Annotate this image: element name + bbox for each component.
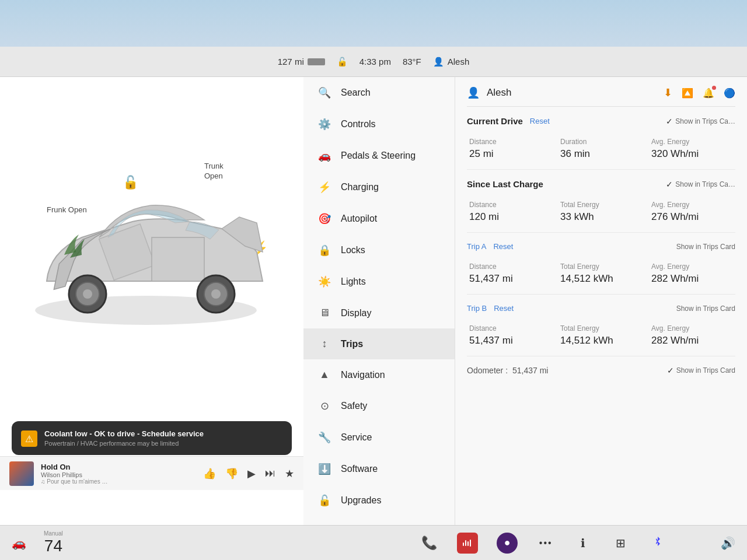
car-illustration [12,147,280,369]
bluetooth-taskbar-icon[interactable] [648,536,667,550]
temp-display: 83°F [403,57,421,66]
trip-a-distance-cell: Distance 51,437 mi [467,258,553,289]
current-distance-value: 25 mi [469,148,551,160]
trip-a-avg-cell: Avg. Energy 282 Wh/mi [649,258,735,289]
gear-label: Manual [44,530,63,537]
trip-a-distance-value: 51,437 mi [469,273,551,285]
slc-total-energy-cell: Total Energy 33 kWh [558,196,644,228]
trip-b-distance-cell: Distance 51,437 mi [467,320,553,351]
time-display: 4:33 pm [359,57,391,66]
play-pause-button[interactable]: ▶ [247,467,256,480]
user-icon: 👤 [433,57,444,67]
menu-label-autopilot: Autopilot [341,214,377,224]
current-duration-label: Duration [560,138,642,146]
info-taskbar-icon[interactable]: ℹ [574,536,592,550]
menu-item-controls[interactable]: ⚙️ Controls [303,108,455,140]
current-drive-reset[interactable]: Reset [530,117,550,125]
more-taskbar-icon[interactable]: ••• [536,538,555,548]
menu-label-display: Display [341,308,371,318]
car-panel: Frunk Open TrunkOpen 🔓 ⚡ [0,77,303,525]
thumbs-down-button[interactable]: 👎 [225,467,238,480]
odometer-row: Odometer : 51,437 mi ✓ Show in Trips Car… [467,356,735,384]
volume-icon[interactable]: 🔊 [721,536,735,550]
user-header: 👤 Alesh ⬇ 🔼 🔔 🔵 [467,77,735,107]
since-last-charge-stats: Distance 120 mi Total Energy 33 kWh Avg.… [467,196,735,228]
favorite-button[interactable]: ★ [285,467,294,480]
user-name-status: Alesh [448,57,470,66]
since-last-charge-header: Since Last Charge ✓ Show in Trips Ca… [467,179,735,189]
menu-item-lights[interactable]: ☀️ Lights [303,266,455,298]
trips-icon: ↕️ [317,338,331,350]
range-value: 127 mi [278,57,304,66]
trip-b-energy-value: 14,512 kWh [560,335,642,346]
phone-taskbar-icon[interactable]: 📞 [420,536,438,551]
share-icon: 🔼 [682,88,693,99]
user-name-trips: Alesh [487,87,657,99]
controls-icon: ⚙️ [317,118,331,131]
trip-b-distance-value: 51,437 mi [469,335,551,346]
taskbar: 🚗 Manual 74 📞 ● ••• [0,525,747,560]
menu-label-locks: Locks [341,245,365,256]
slc-total-energy-label: Total Energy [560,201,642,209]
warning-text: Coolant low - OK to drive - Schedule ser… [44,429,204,447]
trip-b-show: Show in Trips Card [676,304,735,313]
menu-item-service[interactable]: 🔧 Service [303,422,455,453]
next-track-button[interactable]: ⏭ [265,467,275,480]
menu-label-trips: Trips [341,339,363,349]
warning-icon: ⚠ [21,430,37,447]
menu-item-locks[interactable]: 🔒 Locks [303,235,455,266]
gear-value: 74 [44,537,62,555]
camera-taskbar-icon[interactable]: ● [497,533,518,554]
music-player: Hold On Wilson Phillips ♫ Pour que tu m'… [0,456,303,490]
menu-item-safety[interactable]: ⊙ Safety [303,390,455,422]
warning-toast: ⚠ Coolant low - OK to drive - Schedule s… [12,421,292,455]
service-icon: 🔧 [317,431,331,444]
svg-point-3 [83,289,92,299]
menu-item-display[interactable]: 🖥 Display [303,298,455,328]
current-duration-cell: Duration 36 min [558,133,644,164]
trip-a-show: Show in Trips Card [676,243,735,251]
notification-icon: 🔔 [703,88,714,99]
current-duration-value: 36 min [560,148,642,160]
menu-item-charging[interactable]: ⚡ Charging [303,172,455,203]
menu-item-software[interactable]: ⬇️ Software [303,453,455,485]
song-title: Hold On [41,463,196,471]
grid-taskbar-icon[interactable]: ⊞ [611,536,630,550]
trip-b-section: Trip B Reset Show in Trips Card Distance… [467,295,735,356]
thumbs-up-button[interactable]: 👍 [203,467,216,480]
trip-b-stats: Distance 51,437 mi Total Energy 14,512 k… [467,320,735,351]
battery-icon [308,58,325,65]
menu-item-trips[interactable]: ↕️ Trips [303,328,455,359]
trip-b-avg-cell: Avg. Energy 282 Wh/mi [649,320,735,351]
menu-item-navigation[interactable]: ▲ Navigation [303,359,455,390]
music-controls: 👍 👎 ▶ ⏭ ★ [203,467,294,480]
trip-a-distance-label: Distance [469,262,551,271]
menu-label-charging: Charging [341,182,379,192]
range-display: 127 mi [278,57,325,66]
svg-rect-10 [470,540,471,547]
menu-item-pedals[interactable]: 🚗 Pedals & Steering [303,140,455,172]
trip-a-reset[interactable]: Reset [493,242,513,251]
trip-b-energy-cell: Total Energy 14,512 kWh [558,320,644,351]
menu-panel: 🔍 Search ⚙️ Controls 🚗 Pedals & Steering… [303,77,455,525]
car-taskbar-icon[interactable]: 🚗 [12,536,26,550]
trip-b-header: Trip B Reset Show in Trips Card [467,304,735,313]
trip-a-section: Trip A Reset Show in Trips Card Distance… [467,233,735,295]
music-taskbar-icon[interactable] [457,533,478,554]
taskbar-left: 🚗 Manual 74 [12,530,366,555]
menu-item-search[interactable]: 🔍 Search [303,77,455,108]
trips-panel: 👤 Alesh ⬇ 🔼 🔔 🔵 Current Drive Reset [455,77,747,525]
notification-dot [712,86,716,90]
menu-item-upgrades[interactable]: 🔓 Upgrades [303,485,455,516]
user-avatar-icon: 👤 [467,86,480,99]
menu-label-pedals: Pedals & Steering [341,150,416,161]
trip-a-header: Trip A Reset Show in Trips Card [467,242,735,251]
slc-total-energy-value: 33 kWh [560,211,642,223]
lights-icon: ☀️ [317,275,331,288]
album-art [9,461,34,486]
user-display: 👤 Alesh [433,57,470,67]
svg-rect-9 [467,541,469,546]
trip-b-reset[interactable]: Reset [494,304,514,313]
since-last-charge-title: Since Last Charge [467,179,543,189]
menu-item-autopilot[interactable]: 🎯 Autopilot [303,203,455,235]
